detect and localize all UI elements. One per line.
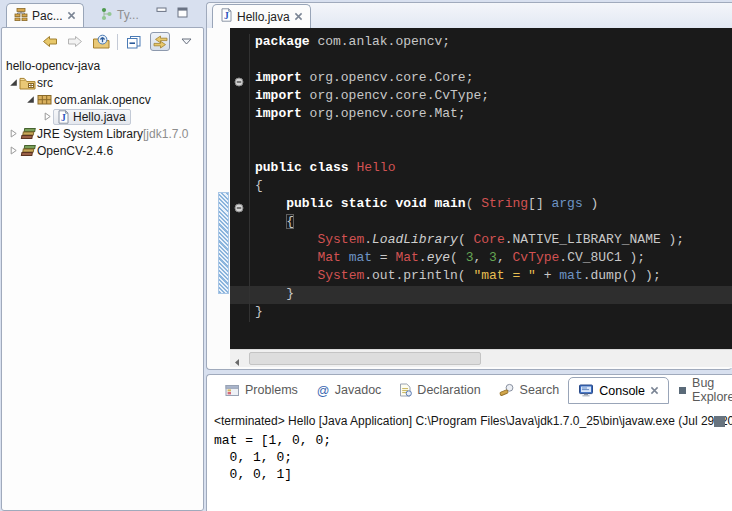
expander-collapsed-icon[interactable] <box>41 112 53 121</box>
code-line <box>255 142 732 160</box>
tab-bug-explorer[interactable]: Bug Explorer <box>669 376 732 404</box>
tab-label: Pac... <box>32 9 63 23</box>
tab-label: Javadoc <box>335 383 382 397</box>
code-line: public class Hello <box>255 160 732 178</box>
code-line: { <box>255 214 732 232</box>
range-indicator <box>218 192 229 294</box>
tab-problems[interactable]: Problems <box>216 376 307 404</box>
search-icon <box>499 383 515 397</box>
tree-item-src[interactable]: src <box>2 74 203 91</box>
declaration-icon <box>399 383 412 397</box>
console-icon <box>578 384 594 397</box>
console-output[interactable]: mat = [1, 0, 0; 0, 1, 0; 0, 0, 1] <box>214 432 732 483</box>
package-explorer-toolbar <box>2 28 203 55</box>
left-view-tabbar: Pac... Ty... <box>1 2 204 27</box>
tab-search[interactable]: Search <box>490 376 569 404</box>
editor-tabbar: J Hello.java <box>207 3 732 28</box>
code-line: Mat mat = Mat.eye( 3, 3, CvType.CV_8UC1 … <box>255 250 732 268</box>
tree-item-suffix: [jdk1.7.0 <box>143 127 188 141</box>
view-menu-icon[interactable] <box>176 32 196 51</box>
scrollbar-thumb[interactable] <box>249 352 481 365</box>
tree-item-opencv-2-4-6[interactable]: OpenCV-2.4.6 <box>2 142 203 159</box>
java-file-icon: J <box>220 8 233 25</box>
scroll-left-arrow-icon[interactable] <box>233 353 241 371</box>
svg-text:J: J <box>61 113 66 123</box>
code-editor[interactable]: package com.anlak.opencv; import org.ope… <box>230 28 732 349</box>
toolbar-separator <box>117 34 118 50</box>
tree-selection: JHello.java <box>53 109 131 125</box>
close-icon[interactable] <box>294 10 303 24</box>
tree-item-label: JRE System Library <box>36 127 143 141</box>
tree-item-label: src <box>36 76 53 90</box>
tab-label: Search <box>520 383 560 397</box>
fold-minus-icon[interactable] <box>234 199 244 217</box>
code-line: System.LoadLibrary( Core.NATIVE_LIBRARY_… <box>255 232 732 250</box>
package-explorer-body: hello-opencv-javasrccom.anlak.opencvJHel… <box>1 27 204 511</box>
console-line: mat = [1, 0, 0; <box>214 432 732 449</box>
tab-type-hierarchy[interactable]: Ty... <box>93 3 146 27</box>
close-icon[interactable] <box>650 384 659 398</box>
code-text: package com.anlak.opencv; import org.ope… <box>249 34 732 322</box>
java-file-icon: J <box>55 110 72 124</box>
tree-item-label: OpenCV-2.4.6 <box>36 144 113 158</box>
package-explorer-view: Pac... Ty... hello-opencv-ja <box>1 2 204 511</box>
maximize-icon[interactable] <box>177 7 188 18</box>
view-window-buttons <box>156 7 188 18</box>
editor-body: package com.anlak.opencv; import org.ope… <box>208 28 732 368</box>
tab-label: Console <box>599 384 645 398</box>
source-folder-icon <box>19 76 36 90</box>
link-with-editor-icon[interactable] <box>150 32 170 51</box>
tab-hello-java[interactable]: J Hello.java <box>212 4 311 28</box>
problems-icon <box>225 384 240 397</box>
console-line: 0, 0, 1] <box>214 466 732 483</box>
minimize-icon[interactable] <box>156 7 167 18</box>
javadoc-icon: @ <box>316 383 330 397</box>
tree-item-label: Hello.java <box>72 110 126 124</box>
package-icon <box>36 93 53 106</box>
expander-collapsed-icon[interactable] <box>7 129 19 138</box>
back-arrow-icon[interactable] <box>39 32 59 51</box>
code-line: package com.anlak.opencv; <box>255 34 732 52</box>
tab-label: Hello.java <box>237 10 290 24</box>
editor-area: J Hello.java package com.anlak.opencv; i… <box>206 2 732 370</box>
expander-collapsed-icon[interactable] <box>7 146 19 155</box>
console-view: Problems@JavadocDeclarationSearchConsole… <box>206 374 732 511</box>
folding-ruler <box>230 28 249 349</box>
expander-expanded-icon[interactable] <box>24 95 36 104</box>
tree-item-hello-opencv-java[interactable]: hello-opencv-java <box>2 57 203 74</box>
collapse-all-icon[interactable] <box>124 32 144 51</box>
project-tree: hello-opencv-javasrccom.anlak.opencvJHel… <box>2 57 203 159</box>
eclipse-workbench: Pac... Ty... hello-opencv-ja <box>0 0 732 511</box>
tree-item-jre-system-library[interactable]: JRE System Library [jdk1.7.0 <box>2 125 203 142</box>
code-line: import org.opencv.core.Mat; <box>255 106 732 124</box>
console-toolbar-icon[interactable] <box>714 416 725 427</box>
tree-item-label: hello-opencv-java <box>5 59 100 73</box>
tab-package-explorer[interactable]: Pac... <box>6 3 84 27</box>
library-icon <box>19 144 36 158</box>
tree-item-label: com.anlak.opencv <box>53 93 151 107</box>
forward-arrow-icon[interactable] <box>65 32 85 51</box>
tree-item-hello-java[interactable]: JHello.java <box>2 108 203 125</box>
code-line: { <box>255 178 732 196</box>
tab-label: Bug Explorer <box>692 376 732 404</box>
code-line <box>255 124 732 142</box>
svg-text:@: @ <box>316 384 329 398</box>
tab-label: Ty... <box>117 8 139 22</box>
go-into-icon[interactable] <box>91 32 111 51</box>
bug-explorer-icon <box>678 386 687 395</box>
fold-minus-icon[interactable] <box>234 73 244 91</box>
console-line: 0, 1, 0; <box>214 449 732 466</box>
close-icon[interactable] <box>67 9 76 23</box>
expander-expanded-icon[interactable] <box>7 78 19 87</box>
tab-declaration[interactable]: Declaration <box>390 376 489 404</box>
code-line: } <box>255 304 732 322</box>
code-line: System.out.println( "mat = " + mat.dump(… <box>255 268 732 286</box>
package-explorer-icon <box>14 7 28 24</box>
tab-console[interactable]: Console <box>568 377 669 404</box>
horizontal-scrollbar[interactable] <box>230 349 732 367</box>
tree-item-com-anlak-opencv[interactable]: com.anlak.opencv <box>2 91 203 108</box>
tab-javadoc[interactable]: @Javadoc <box>307 376 391 404</box>
code-line: public static void main( String[] args ) <box>255 196 732 214</box>
code-line: } <box>255 286 732 304</box>
bottom-view-tabbar: Problems@JavadocDeclarationSearchConsole… <box>207 375 732 404</box>
